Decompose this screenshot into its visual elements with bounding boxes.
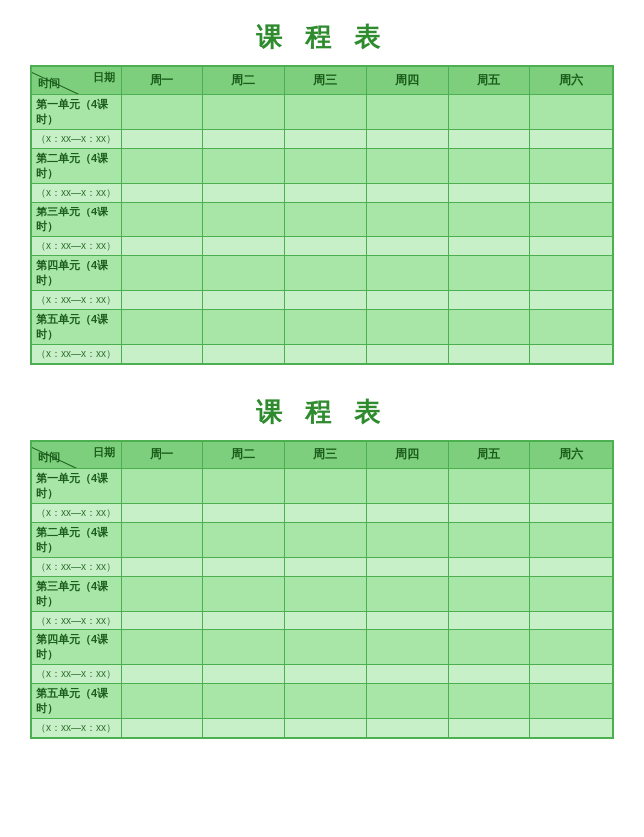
- corner-time-label: 时间: [38, 76, 60, 91]
- day-header-5: 周五: [448, 441, 529, 469]
- unit-cell-2-1: [121, 523, 202, 558]
- unit-label-3: 第三单元（4课时）: [31, 202, 121, 236]
- unit-cell-2-6: [529, 148, 613, 183]
- unit-row-5: 第五单元（4课时）: [31, 684, 613, 719]
- unit-row-3: 第三单元（4课时）: [31, 577, 613, 612]
- time-cell-5-5: [448, 719, 529, 739]
- unit-cell-1-1: [121, 94, 202, 129]
- time-cell-5-1: [121, 719, 202, 739]
- unit-label-4: 第四单元（4课时）: [31, 630, 121, 665]
- unit-cell-4-3: [284, 255, 366, 290]
- time-row-1: （x：xx—x：xx）: [31, 129, 613, 148]
- time-cell-4-2: [202, 665, 284, 684]
- time-cell-3-2: [202, 612, 284, 630]
- unit-cell-4-6: [529, 630, 613, 665]
- time-cell-4-5: [448, 665, 529, 684]
- time-cell-4-6: [529, 290, 613, 309]
- time-row-4: （x：xx—x：xx）: [31, 665, 613, 684]
- day-header-4: 周四: [366, 441, 448, 469]
- time-cell-4-6: [529, 665, 613, 684]
- day-header-1: 周一: [121, 66, 202, 94]
- unit-row-1: 第一单元（4课时）: [31, 94, 613, 129]
- unit-cell-2-3: [284, 148, 366, 183]
- time-cell-2-6: [529, 183, 613, 202]
- time-cell-5-6: [529, 344, 613, 364]
- time-label-3: （x：xx—x：xx）: [31, 612, 121, 630]
- unit-cell-3-3: [284, 202, 366, 236]
- day-header-6: 周六: [529, 441, 613, 469]
- time-cell-1-1: [121, 504, 202, 523]
- time-cell-1-6: [529, 129, 613, 148]
- unit-label-4: 第四单元（4课时）: [31, 255, 121, 290]
- unit-label-5: 第五单元（4课时）: [31, 684, 121, 719]
- time-row-3: （x：xx—x：xx）: [31, 236, 613, 255]
- unit-cell-4-5: [448, 630, 529, 665]
- time-cell-3-5: [448, 612, 529, 630]
- corner-cell: 日期 时间: [31, 441, 121, 469]
- day-header-2: 周二: [202, 441, 284, 469]
- time-cell-2-6: [529, 558, 613, 577]
- time-cell-1-2: [202, 129, 284, 148]
- unit-cell-4-4: [366, 630, 448, 665]
- unit-cell-4-6: [529, 255, 613, 290]
- time-label-4: （x：xx—x：xx）: [31, 290, 121, 309]
- unit-cell-5-1: [121, 309, 202, 344]
- time-cell-2-5: [448, 183, 529, 202]
- time-cell-4-4: [366, 290, 448, 309]
- time-cell-5-5: [448, 344, 529, 364]
- time-label-5: （x：xx—x：xx）: [31, 344, 121, 364]
- time-cell-3-3: [284, 236, 366, 255]
- time-cell-2-5: [448, 558, 529, 577]
- day-header-3: 周三: [284, 66, 366, 94]
- unit-cell-1-6: [529, 469, 613, 504]
- time-label-3: （x：xx—x：xx）: [31, 236, 121, 255]
- unit-cell-3-4: [366, 577, 448, 612]
- time-cell-1-2: [202, 504, 284, 523]
- unit-cell-4-1: [121, 255, 202, 290]
- unit-cell-5-4: [366, 309, 448, 344]
- unit-cell-3-6: [529, 202, 613, 236]
- time-cell-5-2: [202, 344, 284, 364]
- unit-cell-2-2: [202, 523, 284, 558]
- time-label-2: （x：xx—x：xx）: [31, 183, 121, 202]
- unit-row-1: 第一单元（4课时）: [31, 469, 613, 504]
- unit-cell-1-3: [284, 469, 366, 504]
- unit-cell-2-5: [448, 523, 529, 558]
- time-cell-4-3: [284, 290, 366, 309]
- time-cell-4-5: [448, 290, 529, 309]
- time-cell-1-1: [121, 129, 202, 148]
- time-cell-3-1: [121, 612, 202, 630]
- unit-label-5: 第五单元（4课时）: [31, 309, 121, 344]
- unit-cell-4-3: [284, 630, 366, 665]
- time-label-1: （x：xx—x：xx）: [31, 129, 121, 148]
- time-cell-3-4: [366, 236, 448, 255]
- unit-cell-5-1: [121, 684, 202, 719]
- unit-cell-1-5: [448, 469, 529, 504]
- unit-cell-1-4: [366, 94, 448, 129]
- unit-row-3: 第三单元（4课时）: [31, 202, 613, 236]
- schedule-title-2: 课 程 表: [30, 395, 614, 430]
- time-cell-5-1: [121, 344, 202, 364]
- time-cell-4-1: [121, 665, 202, 684]
- time-cell-3-2: [202, 236, 284, 255]
- time-cell-2-3: [284, 183, 366, 202]
- unit-cell-2-3: [284, 523, 366, 558]
- schedule-table-2: 日期 时间 周一周二周三周四周五周六第一单元（4课时）（x：xx—x：xx）第二…: [30, 440, 614, 740]
- unit-label-3: 第三单元（4课时）: [31, 577, 121, 612]
- time-cell-3-1: [121, 236, 202, 255]
- unit-cell-1-6: [529, 94, 613, 129]
- corner-time-label: 时间: [38, 450, 60, 465]
- unit-cell-5-6: [529, 309, 613, 344]
- time-cell-2-4: [366, 183, 448, 202]
- unit-cell-3-5: [448, 202, 529, 236]
- unit-row-2: 第二单元（4课时）: [31, 523, 613, 558]
- unit-label-2: 第二单元（4课时）: [31, 523, 121, 558]
- unit-row-4: 第四单元（4课时）: [31, 630, 613, 665]
- unit-row-2: 第二单元（4课时）: [31, 148, 613, 183]
- day-header-2: 周二: [202, 66, 284, 94]
- unit-row-4: 第四单元（4课时）: [31, 255, 613, 290]
- unit-cell-4-2: [202, 630, 284, 665]
- unit-cell-5-2: [202, 684, 284, 719]
- time-row-2: （x：xx—x：xx）: [31, 558, 613, 577]
- time-cell-3-5: [448, 236, 529, 255]
